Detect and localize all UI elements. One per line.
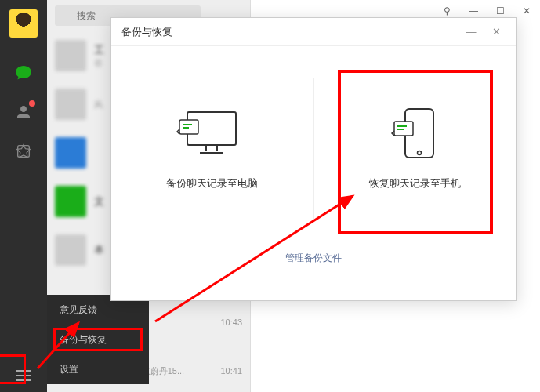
dialog-minimize-icon[interactable]: — bbox=[462, 26, 480, 38]
favorites-tab-icon[interactable] bbox=[13, 141, 34, 162]
backup-restore-dialog: 备份与恢复 — ✕ 备份聊天记录至电脑 bbox=[110, 17, 517, 301]
menu-item-settings[interactable]: 设置 bbox=[47, 354, 149, 384]
contacts-badge bbox=[29, 100, 35, 107]
sidebar bbox=[0, 0, 47, 392]
avatar[interactable] bbox=[9, 9, 38, 38]
backup-to-pc-option[interactable]: 备份聊天记录至电脑 bbox=[111, 46, 313, 250]
svg-point-4 bbox=[417, 151, 421, 155]
menu-item-backup-restore[interactable]: 备份与恢复 bbox=[47, 325, 149, 354]
manage-backup-link[interactable]: 管理备份文件 bbox=[285, 252, 342, 263]
chat-tab-icon[interactable] bbox=[13, 63, 34, 83]
phone-icon bbox=[380, 106, 451, 161]
dialog-close-icon[interactable]: ✕ bbox=[487, 26, 506, 38]
backup-label: 备份聊天记录至电脑 bbox=[166, 176, 258, 191]
dialog-title: 备份与恢复 bbox=[121, 25, 172, 39]
dialog-header: 备份与恢复 — ✕ bbox=[111, 18, 516, 46]
restore-label: 恢复聊天记录至手机 bbox=[369, 176, 461, 191]
restore-to-phone-option[interactable]: 恢复聊天记录至手机 bbox=[314, 46, 517, 250]
contacts-tab-icon[interactable] bbox=[13, 102, 34, 122]
monitor-icon bbox=[176, 106, 247, 161]
menu-button[interactable] bbox=[13, 365, 34, 386]
close-button[interactable]: ✕ bbox=[513, 0, 540, 22]
popup-menu: 意见反馈 备份与恢复 设置 bbox=[47, 295, 149, 384]
